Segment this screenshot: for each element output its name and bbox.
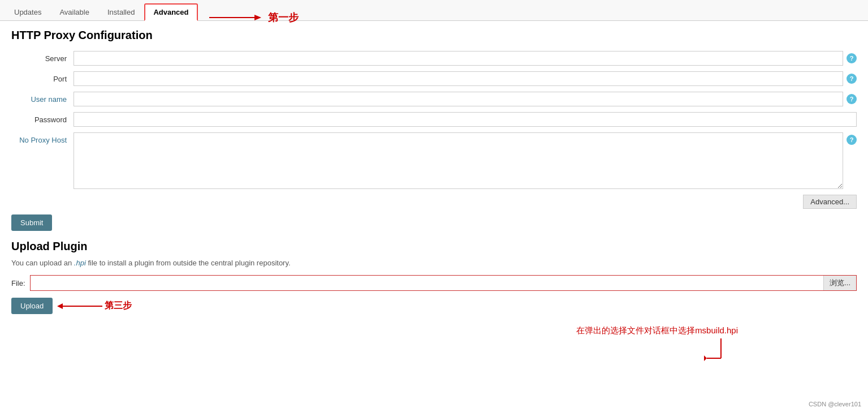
right-arrow-svg bbox=[704, 338, 738, 367]
tab-updates[interactable]: Updates bbox=[6, 3, 50, 20]
svg-marker-6 bbox=[704, 355, 707, 361]
port-help-icon[interactable]: ? bbox=[847, 74, 857, 84]
svg-marker-1 bbox=[254, 15, 261, 20]
csdn-watermark: CSDN @clever101 bbox=[809, 401, 861, 407]
browse-button[interactable]: 浏览... bbox=[823, 276, 856, 290]
file-label: File: bbox=[11, 279, 25, 287]
page-wrapper: Updates Available Installed Advanced 第一步… bbox=[0, 0, 868, 412]
upload-desc-text-before: You can upload an bbox=[11, 259, 74, 267]
submit-button[interactable]: Submit bbox=[11, 214, 52, 231]
noproxy-input[interactable] bbox=[74, 132, 843, 189]
file-row: File: 浏览... bbox=[11, 275, 857, 291]
server-input-wrap: ? bbox=[74, 51, 857, 66]
username-help-icon[interactable]: ? bbox=[847, 94, 857, 104]
tab-installed[interactable]: Installed bbox=[99, 3, 143, 20]
file-text-input[interactable] bbox=[31, 276, 824, 290]
port-row: Port ? bbox=[11, 71, 857, 86]
tabs-area: Updates Available Installed Advanced 第一步 bbox=[0, 0, 868, 21]
upload-plugin-title: Upload Plugin bbox=[11, 240, 857, 253]
username-label: User name bbox=[11, 95, 74, 104]
port-input-wrap: ? bbox=[74, 71, 857, 86]
upload-btn-area: Upload 第三步 bbox=[11, 298, 53, 314]
upload-button[interactable]: Upload bbox=[11, 298, 53, 314]
hpi-text: .hpi bbox=[74, 259, 86, 267]
username-input-wrap: ? bbox=[74, 92, 857, 106]
noproxy-row: No Proxy Host ? bbox=[11, 132, 857, 189]
step1-arrow-svg bbox=[209, 9, 266, 26]
server-label: Server bbox=[11, 54, 74, 63]
username-input[interactable] bbox=[74, 92, 843, 106]
port-label: Port bbox=[11, 75, 74, 83]
password-row: Password bbox=[11, 112, 857, 127]
right-annotation: 在弹出的选择文件对话框中选择msbuild.hpi bbox=[576, 325, 738, 367]
tabs-bar: Updates Available Installed Advanced bbox=[0, 0, 868, 21]
password-input[interactable] bbox=[74, 112, 857, 127]
step3-annotation: 第三步 bbox=[57, 299, 132, 313]
server-input[interactable] bbox=[74, 51, 843, 66]
tab-advanced[interactable]: Advanced bbox=[144, 3, 197, 21]
step3-label: 第三步 bbox=[105, 300, 132, 312]
noproxy-label: No Proxy Host bbox=[11, 132, 74, 144]
advanced-button[interactable]: Advanced... bbox=[803, 195, 857, 209]
server-row: Server ? bbox=[11, 51, 857, 66]
main-content: HTTP Proxy Configuration Server ? Port ?… bbox=[0, 21, 868, 322]
advanced-btn-row: Advanced... bbox=[11, 195, 857, 209]
http-proxy-title: HTTP Proxy Configuration bbox=[11, 29, 857, 42]
tab-available[interactable]: Available bbox=[51, 3, 98, 20]
noproxy-wrap: ? bbox=[74, 132, 857, 189]
step1-label: 第一步 bbox=[268, 11, 299, 24]
server-help-icon[interactable]: ? bbox=[847, 53, 857, 63]
port-input[interactable] bbox=[74, 71, 843, 86]
password-input-wrap bbox=[74, 112, 857, 127]
upload-desc-text-after: file to install a plugin from outside th… bbox=[86, 259, 291, 267]
right-annot-text: 在弹出的选择文件对话框中选择msbuild.hpi bbox=[576, 325, 738, 335]
svg-marker-3 bbox=[57, 303, 63, 309]
noproxy-help-icon[interactable]: ? bbox=[847, 135, 857, 145]
file-input-wrap: 浏览... bbox=[30, 275, 857, 291]
step1-annotation: 第一步 bbox=[209, 9, 299, 26]
step3-arrow-svg bbox=[57, 299, 102, 313]
username-row: User name ? bbox=[11, 92, 857, 106]
upload-plugin-desc: You can upload an .hpi file to install a… bbox=[11, 259, 857, 267]
password-label: Password bbox=[11, 115, 74, 124]
